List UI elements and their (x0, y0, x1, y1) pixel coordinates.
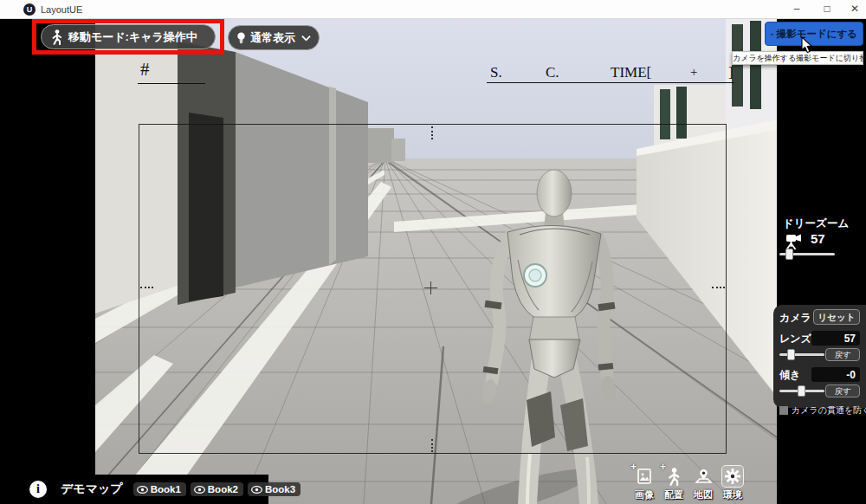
book-label: Book3 (265, 484, 295, 494)
prevent-clip-row[interactable]: カメラの貫通を防ぐ (779, 404, 862, 417)
tool-add-placement[interactable]: + 配置 (661, 465, 687, 501)
book-tab-2[interactable]: Book2 (191, 482, 243, 496)
tool-map[interactable]: 地図 (690, 465, 716, 501)
paper-header-line (138, 83, 205, 84)
image-icon (636, 468, 653, 485)
mouse-cursor (801, 36, 813, 54)
eye-icon (137, 486, 148, 494)
title-bar: U LayoutUE – □ ✕ (0, 0, 866, 19)
display-mode-label: 通常表示 (250, 30, 295, 46)
paper-header-number: # (140, 59, 150, 81)
capture-mode-label: 撮影モードにする (777, 28, 857, 41)
tool-environment[interactable]: 環境 (720, 465, 746, 501)
slider-knob[interactable] (798, 385, 805, 397)
capture-mode-button[interactable]: 撮影モードにする (765, 22, 863, 46)
frame-tick-right (712, 287, 725, 288)
prevent-clip-checkbox[interactable] (779, 406, 788, 415)
tool-label: 画像 (635, 488, 654, 501)
frame-tick-top (431, 126, 433, 139)
frame-tick-left (140, 287, 153, 288)
book-tab-3[interactable]: Book3 (248, 482, 301, 496)
tool-add-image[interactable]: + 画像 (631, 465, 657, 501)
paper-header-bracket: ] (728, 64, 734, 81)
tilt-slider[interactable] (779, 390, 824, 392)
app-window: # S. C. TIME[ + ] U LayoutUE – □ ✕ 用紙 A4… (0, 0, 866, 504)
walking-person-icon (666, 468, 682, 486)
tool-label: 環境 (723, 488, 742, 501)
plus-badge: + (630, 461, 637, 473)
minimize-button[interactable]: – (784, 0, 810, 18)
lens-label: レンズ (779, 332, 811, 346)
paper-header-cut: C. (546, 64, 559, 81)
tool-label: 地図 (694, 488, 713, 501)
bottom-bar: i デモマップ Book1 Book2 Book3 (0, 475, 268, 504)
eye-icon (194, 486, 205, 494)
paper-header-shot: S. (490, 64, 502, 81)
tilt-value[interactable]: -0 (811, 367, 860, 382)
lens-value[interactable]: 57 (811, 331, 860, 346)
move-mode-button[interactable]: 移動モード:キャラ操作中 (41, 24, 216, 49)
capture-tooltip: カメラを操作する撮影モードに切り替えます (732, 51, 863, 65)
right-sidebar (777, 19, 866, 504)
slider-knob[interactable] (787, 349, 795, 360)
map-name: デモマップ (61, 481, 123, 497)
slider-knob[interactable] (785, 249, 793, 260)
paper-header-plus: + (690, 65, 697, 80)
tilt-revert-button[interactable]: 戻す (825, 384, 860, 397)
app-logo-icon: U (23, 3, 36, 16)
frame-center-crosshair (424, 281, 437, 294)
map-pin-icon (695, 468, 713, 486)
paper-header-underline (487, 82, 734, 83)
left-sidebar (0, 19, 95, 504)
tool-label: 配置 (664, 488, 683, 501)
camera-panel-title: カメラ (779, 311, 811, 326)
dolly-zoom-label: ドリーズーム (783, 216, 849, 231)
dolly-zoom-value: 57 (811, 231, 825, 246)
app-title: LayoutUE (41, 4, 82, 15)
frame-tick-bottom (431, 439, 433, 452)
maximize-button[interactable]: □ (814, 0, 840, 18)
tilt-label: 傾き (779, 368, 800, 383)
book-label: Book1 (151, 484, 181, 494)
lens-slider[interactable] (779, 353, 824, 356)
lens-revert-button[interactable]: 戻す (825, 348, 860, 361)
plus-badge: + (660, 461, 666, 473)
paper-header-time: TIME[ (611, 64, 651, 81)
prevent-clip-label: カメラの貫通を防ぐ (792, 404, 866, 417)
display-mode-button[interactable]: 通常表示 (228, 25, 320, 50)
move-mode-label: 移動モード:キャラ操作中 (68, 29, 197, 45)
camera-reset-button[interactable]: リセット (813, 309, 860, 325)
gear-icon (724, 468, 741, 485)
book-tab-1[interactable]: Book1 (133, 482, 186, 496)
info-icon[interactable]: i (29, 481, 47, 498)
book-label: Book2 (208, 484, 238, 494)
chevron-down-icon (301, 35, 311, 42)
tool-dock: + 画像 + 配置 (631, 465, 746, 501)
camera-panel: カメラ リセット レンズ 57 戻す 傾き -0 戻す カメラの貫通を防ぐ (773, 305, 866, 408)
eye-icon (251, 486, 262, 494)
close-button[interactable]: ✕ (842, 0, 866, 18)
camera-icon (771, 29, 773, 40)
dolly-zoom-slider[interactable] (779, 253, 835, 255)
walking-person-icon (50, 29, 63, 45)
lightbulb-icon (236, 31, 246, 45)
